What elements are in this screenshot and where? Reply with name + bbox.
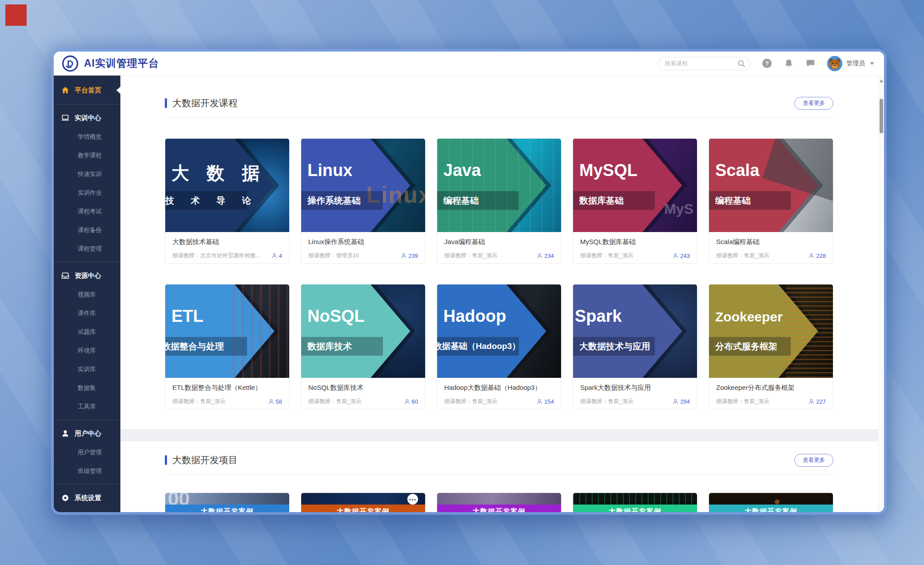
person-icon [537,253,542,259]
course-teacher: 授课教师：售前_演示 [580,398,669,405]
course-card[interactable]: Linux Linux 操作系统基础 Linux操作系统基础 授课教师：管理员1… [301,138,426,264]
project-grid: 大数据开发案例 ••• 大数据开发案例 大数据开发案例 [165,493,833,512]
course-title: Java编程基础 [444,238,554,246]
app-title: AI实训管理平台 [84,56,159,70]
project-banner: 大数据开发案例 [165,505,289,512]
user-name[interactable]: 管理员 [846,60,865,68]
section-divider [165,474,833,475]
project-cover: 大数据开发案例 [437,493,561,512]
person-icon [401,253,406,259]
search-input[interactable] [665,60,737,67]
sidebar-item[interactable]: 实训作业 [54,184,120,202]
course-card[interactable]: MyS MySQL 数据库基础 MySQL数据库基础 授课教师：售前_演示 [573,138,697,264]
course-card[interactable]: Hadoop 数据基础（Hadoop3） Hadoop大数据基础（Hadoop3… [437,284,562,409]
inbox-icon [61,272,69,280]
sidebar-item[interactable]: 视频库 [54,285,120,304]
sidebar-item[interactable]: 班级管理 [54,462,120,481]
sidebar-section-label: 资源中心 [75,272,101,280]
scrollbar[interactable] [878,76,884,512]
help-icon[interactable]: ? [762,58,772,68]
search-box[interactable] [658,57,750,70]
project-banner: 大数据开发案例 [301,505,425,512]
sidebar: 平台首页 实训中心 学情概览 教学课程 快速实训 实训作业 课程考试 课程备份 … [54,76,120,512]
sidebar-item[interactable]: 用户管理 [54,443,120,462]
sidebar-divider [54,104,120,104]
sidebar-section-label: 实训中心 [75,114,101,122]
section-accent-bar [165,455,167,465]
view-more-button[interactable]: 查看更多 [794,454,833,467]
sidebar-section-system-settings[interactable]: 系统设置 [54,488,120,508]
course-cover: Scala 编程基础 [709,139,833,232]
course-teacher: 授课教师：售前_演示 [308,398,401,405]
scroll-up-arrow-icon[interactable] [880,80,883,82]
project-card[interactable]: ••• 大数据开发案例 [301,493,426,512]
course-cover: NoSQL 数据库技术 [301,285,425,378]
course-card[interactable]: Spark 大数据技术与应用 Spark大数据技术与应用 授课教师：售前_演示 … [573,284,697,409]
project-card[interactable]: 大数据开发案例 [709,493,833,512]
active-item-marker [116,87,120,94]
user-menu[interactable]: 管理员 [827,56,874,71]
course-grid: 大 数 据 技 术 导 论 大数据技术基础 授课教师：北京市对外贸易学校教...… [165,138,833,409]
student-count: 228 [808,252,826,259]
student-count: 239 [401,252,418,259]
desktop-accent-square [5,4,27,26]
sidebar-item[interactable]: 课件库 [54,304,120,323]
project-card[interactable]: 大数据开发案例 [437,493,562,512]
person-icon [271,253,277,259]
course-cover: Hadoop 数据基础（Hadoop3） [437,285,561,378]
sidebar-item[interactable]: 课程考试 [54,202,120,221]
student-count: 60 [404,398,418,405]
course-title: NoSQL数据库技术 [308,384,418,392]
project-card[interactable]: 大数据开发案例 [573,493,697,512]
course-teacher: 授课教师：管理员10 [308,252,397,260]
avatar[interactable] [827,56,842,71]
sidebar-item[interactable]: 教学课程 [54,146,120,165]
project-cover: 大数据开发案例 [709,493,833,512]
view-more-button[interactable]: 查看更多 [794,97,833,110]
sidebar-section-training-center[interactable]: 实训中心 [54,108,120,128]
person-icon [673,399,678,405]
course-card[interactable]: NoSQL 数据库技术 NoSQL数据库技术 授课教师：售前_演示 60 [301,284,426,409]
student-count: 227 [808,398,826,405]
course-title: Linux操作系统基础 [308,238,418,246]
course-teacher: 授课教师：售前_演示 [444,398,533,405]
course-title: Hadoop大数据基础（Hadoop3） [444,384,554,392]
sidebar-section-label: 用户中心 [75,429,101,438]
gear-icon [61,494,69,502]
course-card[interactable]: ETL 数据整合与处理 ETL数据整合与处理（Kettle） 授课教师：售前_演… [165,284,290,409]
course-title: Spark大数据技术与应用 [580,384,690,392]
person-icon [268,399,274,405]
sidebar-item[interactable]: 课程管理 [54,240,120,258]
course-card[interactable]: 大 数 据 技 术 导 论 大数据技术基础 授课教师：北京市对外贸易学校教...… [165,138,290,264]
sidebar-item-home[interactable]: 平台首页 [54,80,120,100]
project-cover: 大数据开发案例 [165,493,289,512]
course-card[interactable]: Zookeeper 分布式服务框架 Zookeeper分布式服务框架 授课教师：… [709,284,833,409]
course-cover: Spark 大数据技术与应用 [573,285,697,378]
project-card[interactable]: 大数据开发案例 [165,493,290,512]
sidebar-item[interactable]: 环境库 [54,341,120,360]
sidebar-item[interactable]: 课程备份 [54,221,120,240]
section-gap-band [120,429,878,441]
sidebar-item[interactable]: 工具库 [54,397,120,416]
sidebar-item[interactable]: 实训库 [54,360,120,379]
section-divider [165,117,833,118]
section-title: 大数据开发项目 [172,454,238,466]
search-icon[interactable] [737,60,745,68]
course-cover: MyS MySQL 数据库基础 [573,139,697,232]
sidebar-item[interactable]: 数据集 [54,379,120,397]
app-window: D AI实训管理平台 ? [54,52,884,512]
sidebar-section-user-center[interactable]: 用户中心 [54,424,120,443]
person-icon [808,399,814,405]
sidebar-item[interactable]: 学情概览 [54,128,120,146]
chat-icon[interactable] [805,58,816,68]
scrollbar-thumb[interactable] [880,99,883,133]
course-card[interactable]: Java 编程基础 Java编程基础 授课教师：售前_演示 234 [437,138,562,264]
sidebar-item[interactable]: 快速实训 [54,165,120,184]
chevron-down-icon [870,62,874,65]
sidebar-section-label: 系统设置 [75,494,101,502]
home-icon [61,86,69,94]
course-card[interactable]: Scala 编程基础 Scala编程基础 授课教师：售前_演示 228 [709,138,833,264]
bell-icon[interactable] [784,58,794,68]
sidebar-item[interactable]: 试题库 [54,323,120,341]
sidebar-section-resource-center[interactable]: 资源中心 [54,266,120,285]
